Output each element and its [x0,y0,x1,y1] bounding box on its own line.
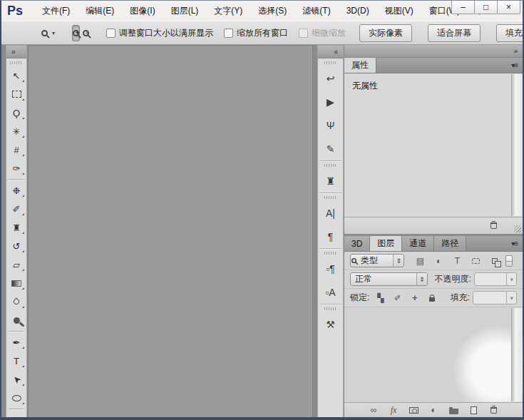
filter-toggle-switch[interactable] [505,255,513,267]
fill-screen-button[interactable]: 填充屏幕 [496,24,524,42]
clone-source-panel-icon[interactable]: ♜ [318,169,343,193]
filter-type-layers-icon[interactable]: T [451,255,463,267]
filter-type-select[interactable]: 类型 ⇕ [350,254,404,267]
minimize-button[interactable]: – [451,1,475,14]
eyedropper-tool[interactable]: ✑ [6,159,26,178]
paragraph-panel-icon[interactable]: ¶ [318,225,343,248]
checkbox[interactable] [224,29,233,38]
separator [9,179,24,180]
collapse-dock-icon[interactable]: » [513,47,518,55]
panel-menu-icon[interactable]: ▾≡ [511,61,518,69]
zoom-in-button[interactable]: + [72,25,80,41]
filter-adjustment-layers-icon[interactable]: ◐ [433,255,445,267]
menu-item[interactable]: 图像(I) [122,1,163,21]
magic-wand-tool[interactable]: ✳ [6,122,26,140]
tab-channels[interactable]: 通道 [402,236,434,251]
menu-item[interactable]: 滤镜(T) [294,1,338,21]
maximize-button[interactable]: □ [474,1,498,14]
lock-transparency-icon[interactable]: ▚ [374,292,386,304]
menu-item[interactable]: 文件(F) [34,1,78,21]
paragraph-styles-panel-icon[interactable]: ▫¶ [318,257,343,280]
separator [319,193,341,193]
rectangular-marquee-tool[interactable] [6,85,26,103]
tab-properties[interactable]: 属性 [344,58,376,73]
history-panel-icon[interactable]: ↩ [318,66,343,90]
zoom-out-button[interactable]: − [83,25,89,41]
panel-grip[interactable] [324,196,337,199]
resize-windows-to-fit-checkbox: 调整窗口大小以满屏显示 [106,27,213,39]
expand-panels-icon[interactable]: « [334,48,338,56]
lock-position-icon[interactable]: + [409,292,421,304]
ellipse-shape-tool[interactable] [6,389,26,407]
dodge-tool[interactable] [6,311,26,329]
new-layer-icon[interactable] [468,405,478,416]
history-brush-tool[interactable]: ↺ [6,237,26,255]
tab-3d[interactable]: 3D [344,236,370,251]
menu-item[interactable]: 选择(S) [250,1,294,21]
delete-layer-icon[interactable] [488,405,498,416]
fill-select[interactable]: ▾ [473,291,517,304]
magnifier-icon [41,30,48,36]
close-button[interactable]: × [497,1,520,14]
panel-grip[interactable] [324,252,337,255]
filter-pixel-layers-icon[interactable]: ▤ [414,255,426,267]
layer-style-icon[interactable]: fx [389,405,399,416]
menu-item[interactable]: 编辑(E) [78,1,122,21]
tab-paths[interactable]: 路径 [434,236,466,251]
link-layers-icon[interactable]: ∞ [369,405,379,416]
clone-stamp-tool[interactable]: ♜ [6,218,26,237]
collapse-tools-icon[interactable]: » [11,48,16,56]
panel-grip[interactable] [324,61,337,64]
crop-tool[interactable]: # [6,140,26,159]
menu-item[interactable]: 文字(Y) [206,1,250,21]
panel-grip[interactable] [10,61,23,64]
panel-grip[interactable] [324,164,337,167]
resize-grip-icon[interactable] [514,225,521,232]
add-layer-mask-icon[interactable] [409,405,418,416]
hand-tool[interactable]: ɯ [6,411,26,420]
menu-item[interactable]: 视图(V) [377,1,421,21]
brush-presets-panel-icon[interactable]: Ψ [318,113,343,137]
tool-presets-panel-icon[interactable]: ⚒ [318,312,343,336]
zoom-all-windows-checkbox: 缩放所有窗口 [224,27,288,39]
panel-grip[interactable] [324,307,337,310]
spot-healing-brush-tool[interactable]: ❉ [6,181,26,200]
zoom-tool-preset[interactable]: ▾ [38,29,58,38]
lasso-tool[interactable]: Ϙ [6,103,26,122]
actions-panel-icon[interactable]: ▶ [318,90,343,113]
tab-layers[interactable]: 图层 [370,236,402,251]
path-selection-tool[interactable]: ➤ [6,370,26,389]
layers-list[interactable] [344,307,523,402]
fit-screen-button[interactable]: 适合屏幕 [428,24,481,42]
new-group-icon[interactable] [448,405,458,416]
lock-pixels-icon[interactable]: ✐ [391,292,404,304]
window-controls: – □ × [452,1,520,14]
filter-shape-layers-icon[interactable] [470,255,482,267]
blend-mode-select[interactable]: 正常 ⇕ [350,272,428,286]
filter-smart-objects-icon[interactable] [488,255,500,267]
new-adjustment-layer-icon[interactable]: ◐ [428,405,438,416]
panel-menu-icon[interactable]: ▾≡ [511,240,518,247]
scrollbar-track[interactable] [511,308,522,401]
actual-pixels-button[interactable]: 实际像素 [359,24,412,42]
character-styles-panel-icon[interactable]: ▫A [318,280,343,304]
type-tool[interactable]: T [6,352,26,370]
properties-tab-row: 属性 ▾≡ [344,58,523,73]
checkbox[interactable] [299,29,308,38]
lock-all-icon[interactable] [426,292,438,304]
menu-item[interactable]: 图层(L) [163,1,207,21]
brush-tool[interactable]: ✐ [6,200,26,218]
trash-icon[interactable] [490,222,497,229]
canvas[interactable] [28,45,313,417]
pen-tool[interactable]: ✒ [6,333,26,352]
checkbox[interactable] [106,29,115,38]
scrollbar-track[interactable] [511,74,522,216]
move-tool[interactable]: ↖ [6,66,26,85]
gradient-tool[interactable] [6,274,26,292]
blur-tool[interactable] [6,292,26,311]
brush-panel-icon[interactable]: ✎ [318,137,343,160]
opacity-select[interactable]: ▾ [474,272,517,286]
character-panel-icon[interactable]: A| [318,201,343,225]
eraser-tool[interactable]: ▱ [6,255,26,274]
menu-item[interactable]: 3D(D) [339,1,377,21]
